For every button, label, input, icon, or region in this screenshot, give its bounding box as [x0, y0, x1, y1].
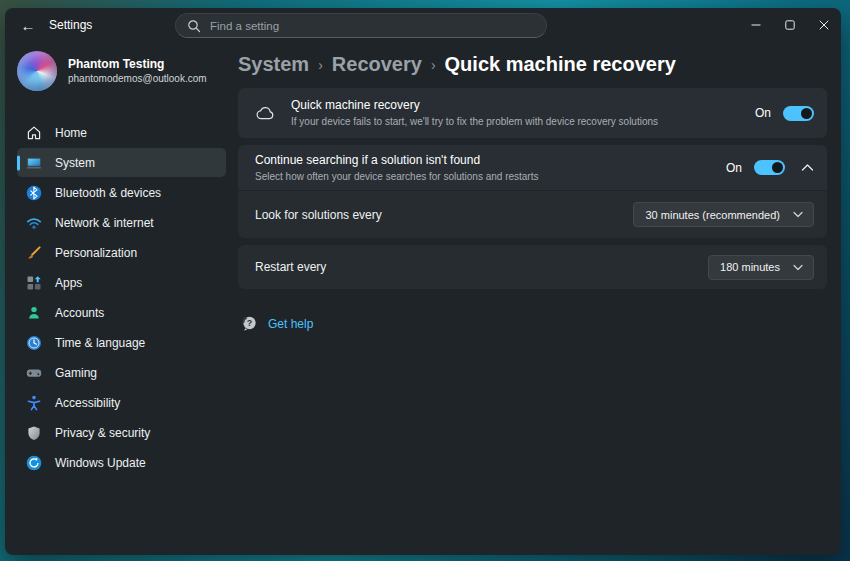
search-input[interactable] [210, 20, 535, 32]
window-body: Phantom Testing phantomodemos@outlook.co… [5, 42, 841, 555]
back-button[interactable]: ← [13, 12, 43, 38]
minimize-icon [751, 20, 761, 30]
sidebar-item-apps[interactable]: Apps [17, 268, 226, 297]
sidebar-item-personalization[interactable]: Personalization [17, 238, 226, 267]
sidebar-item-accessibility[interactable]: Accessibility [17, 388, 226, 417]
sidebar-item-label: Gaming [55, 366, 97, 380]
sidebar-item-label: Bluetooth & devices [55, 186, 161, 200]
maximize-icon [785, 20, 795, 30]
sidebar-item-label: System [55, 156, 95, 170]
titlebar: ← Settings [5, 8, 841, 42]
sidebar-item-time-language[interactable]: Time & language [17, 328, 226, 357]
home-icon [26, 125, 42, 141]
get-help-row: ? Get help [241, 315, 827, 332]
page-title: Quick machine recovery [445, 53, 676, 76]
svg-text:?: ? [247, 318, 253, 328]
sidebar-item-privacy-security[interactable]: Privacy & security [17, 418, 226, 447]
profile-text: Phantom Testing phantomodemos@outlook.co… [68, 57, 207, 85]
profile-email: phantomodemos@outlook.com [68, 72, 207, 85]
breadcrumb-recovery[interactable]: Recovery [332, 53, 422, 76]
wifi-icon [26, 215, 42, 231]
toggle-state-label: On [755, 106, 771, 120]
sidebar-item-label: Home [55, 126, 87, 140]
close-button[interactable] [807, 8, 841, 42]
setting-description: Select how often your device searches fo… [255, 170, 726, 183]
settings-window: ← Settings [5, 8, 841, 555]
profile-name: Phantom Testing [68, 57, 207, 72]
shield-icon [26, 425, 42, 441]
minimize-button[interactable] [739, 8, 773, 42]
profile[interactable]: Phantom Testing phantomodemos@outlook.co… [17, 48, 238, 94]
sidebar-item-system[interactable]: System [17, 148, 226, 177]
continue-searching-toggle[interactable] [754, 160, 785, 175]
update-icon [26, 455, 42, 471]
bluetooth-icon [26, 185, 42, 201]
toggle-group: On [726, 160, 814, 175]
clock-icon [26, 335, 42, 351]
sidebar-item-accounts[interactable]: Accounts [17, 298, 226, 327]
sidebar-item-label: Time & language [55, 336, 145, 350]
sidebar-item-label: Personalization [55, 246, 137, 260]
get-help-icon: ? [241, 315, 258, 332]
quick-machine-recovery-toggle[interactable] [783, 106, 814, 121]
setting-title: Quick machine recovery [291, 98, 755, 113]
sidebar-item-label: Apps [55, 276, 82, 290]
chevron-up-icon [801, 163, 814, 172]
look-for-solutions-dropdown[interactable]: 30 minutes (recommended) [633, 202, 814, 227]
accessibility-icon [26, 395, 42, 411]
paintbrush-icon [26, 245, 42, 261]
toggle-state-label: On [726, 161, 742, 175]
chevron-right-icon: › [318, 55, 323, 73]
look-for-solutions-row: Look for solutions every 30 minutes (rec… [238, 191, 827, 238]
system-icon [26, 155, 42, 171]
chevron-down-icon [793, 264, 803, 271]
card-text: Continue searching if a solution isn't f… [255, 153, 726, 183]
desktop-background: ← Settings [0, 0, 850, 561]
continue-searching-card[interactable]: Continue searching if a solution isn't f… [238, 145, 827, 190]
chevron-right-icon: › [431, 55, 436, 73]
search-box[interactable] [175, 13, 547, 38]
breadcrumb: System › Recovery › Quick machine recove… [238, 50, 827, 78]
sidebar-item-network-internet[interactable]: Network & internet [17, 208, 226, 237]
sidebar-item-label: Accounts [55, 306, 104, 320]
sidebar-item-label: Accessibility [55, 396, 120, 410]
back-arrow-icon: ← [21, 17, 36, 34]
restart-every-dropdown[interactable]: 180 minutes [708, 255, 814, 280]
sidebar-item-bluetooth-devices[interactable]: Bluetooth & devices [17, 178, 226, 207]
avatar [17, 51, 57, 91]
main-content: System › Recovery › Quick machine recove… [238, 42, 841, 555]
app-title: Settings [49, 18, 92, 32]
apps-icon [26, 275, 42, 291]
sidebar-item-windows-update[interactable]: Windows Update [17, 448, 226, 477]
setting-title: Continue searching if a solution isn't f… [255, 153, 726, 168]
setting-description: If your device fails to start, we'll try… [291, 115, 755, 128]
sidebar-item-label: Windows Update [55, 456, 146, 470]
cloud-icon [255, 105, 277, 121]
gamepad-icon [26, 365, 42, 381]
toggle-group: On [755, 106, 814, 121]
sidebar-item-label: Network & internet [55, 216, 154, 230]
sidebar-item-label: Privacy & security [55, 426, 150, 440]
chevron-down-icon [793, 211, 803, 218]
close-icon [819, 20, 829, 30]
get-help-link[interactable]: Get help [268, 317, 313, 331]
sidebar-item-home[interactable]: Home [17, 118, 226, 147]
maximize-button[interactable] [773, 8, 807, 42]
breadcrumb-system[interactable]: System [238, 53, 309, 76]
toggle-knob [772, 162, 783, 173]
row-label: Look for solutions every [255, 208, 633, 222]
search-icon [187, 19, 201, 33]
card-text: Quick machine recovery If your device fa… [291, 98, 755, 128]
person-icon [26, 305, 42, 321]
quick-machine-recovery-card: Quick machine recovery If your device fa… [238, 88, 827, 138]
dropdown-selected-value: 30 minutes (recommended) [645, 209, 780, 221]
sidebar-item-gaming[interactable]: Gaming [17, 358, 226, 387]
toggle-knob [801, 108, 812, 119]
window-controls [739, 8, 841, 42]
restart-every-row: Restart every 180 minutes [238, 245, 827, 289]
sidebar: Phantom Testing phantomodemos@outlook.co… [5, 42, 238, 555]
dropdown-selected-value: 180 minutes [720, 261, 780, 273]
collapse-button[interactable] [801, 163, 814, 172]
row-label: Restart every [255, 260, 708, 274]
